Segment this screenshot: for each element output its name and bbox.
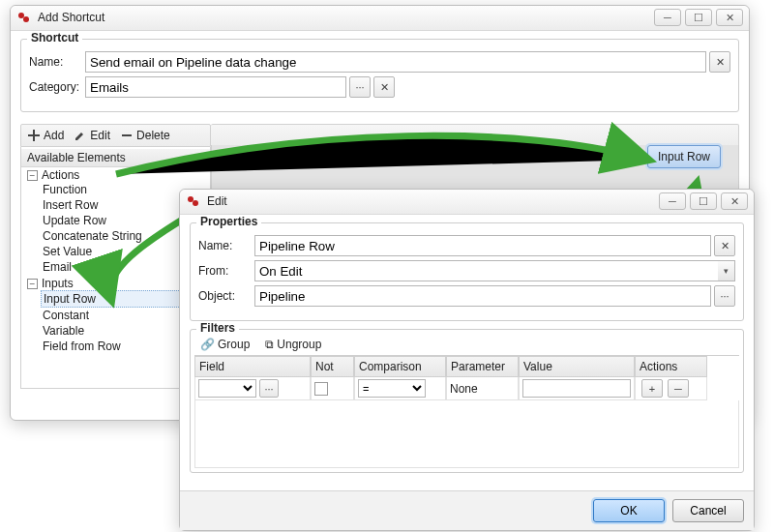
- app-icon: [16, 10, 32, 25]
- col-not: Not: [311, 356, 354, 377]
- svg-rect-2: [122, 134, 132, 136]
- prop-from-dropdown[interactable]: ▾: [718, 260, 735, 281]
- prop-from-input[interactable]: [254, 260, 718, 281]
- shortcut-name-input[interactable]: [85, 51, 706, 73]
- dialog-title: Add Shortcut: [38, 11, 654, 24]
- prop-name-input[interactable]: [254, 235, 711, 256]
- elements-toolbar: Add Edit Delete: [20, 124, 211, 147]
- clear-category-button[interactable]: ✕: [373, 76, 395, 98]
- svg-point-1: [23, 16, 29, 22]
- filter-add-button[interactable]: +: [641, 379, 663, 398]
- unlink-icon: ⧉: [265, 338, 274, 351]
- filters-grid-body: [194, 400, 739, 468]
- col-field: Field: [194, 356, 311, 377]
- svg-point-4: [193, 200, 198, 206]
- filters-grid-row: ··· = None + ─: [194, 377, 739, 400]
- svg-point-3: [188, 196, 194, 202]
- ungroup-button[interactable]: ⧉ Ungroup: [265, 338, 321, 351]
- canvas-node-input-row[interactable]: Input Row: [647, 145, 721, 168]
- dialog-button-bar: OK Cancel: [180, 490, 754, 530]
- col-value: Value: [519, 356, 635, 377]
- filter-value-input[interactable]: [522, 379, 631, 398]
- col-parameter: Parameter: [446, 356, 519, 377]
- filter-field-select[interactable]: [198, 379, 256, 398]
- filter-field-browse[interactable]: ···: [259, 379, 279, 398]
- properties-legend: Properties: [196, 215, 261, 228]
- properties-group: Properties Name: ✕ From: ▾ Object: ···: [190, 222, 744, 321]
- filter-parameter-cell: None: [446, 377, 519, 400]
- category-label: Category:: [29, 80, 85, 94]
- name-label: Name:: [29, 55, 85, 69]
- titlebar: Add Shortcut ─ ☐ ✕: [11, 6, 749, 31]
- clear-prop-name-button[interactable]: ✕: [714, 235, 735, 256]
- prop-object-label: Object:: [198, 289, 254, 303]
- prop-from-label: From:: [198, 264, 254, 278]
- filters-legend: Filters: [196, 321, 239, 335]
- app-icon: [186, 193, 201, 209]
- col-actions: Actions: [635, 356, 707, 377]
- group-button[interactable]: 🔗 Group: [200, 338, 250, 351]
- maximize-button[interactable]: ☐: [685, 9, 712, 26]
- minus-icon: [120, 129, 134, 142]
- prop-name-label: Name:: [198, 239, 254, 252]
- edit-dialog-title: Edit: [207, 194, 659, 208]
- ok-button[interactable]: OK: [593, 499, 665, 522]
- minimize-button[interactable]: ─: [659, 192, 686, 210]
- filters-group: Filters 🔗 Group ⧉ Ungroup Field Not Comp…: [190, 329, 744, 473]
- prop-object-browse-button[interactable]: ···: [714, 285, 735, 307]
- pencil-icon: [74, 129, 87, 142]
- add-button[interactable]: Add: [27, 129, 64, 142]
- close-button[interactable]: ✕: [716, 9, 743, 26]
- filter-remove-button[interactable]: ─: [668, 379, 689, 398]
- close-button[interactable]: ✕: [721, 192, 748, 210]
- category-browse-button[interactable]: ···: [349, 76, 371, 98]
- link-icon: 🔗: [200, 338, 215, 351]
- shortcut-legend: Shortcut: [27, 31, 82, 44]
- plus-icon: [27, 129, 41, 142]
- edit-titlebar: Edit ─ ☐ ✕: [180, 190, 754, 215]
- filter-comparison-select[interactable]: =: [358, 379, 426, 398]
- prop-object-input[interactable]: [254, 285, 711, 307]
- edit-dialog: Edit ─ ☐ ✕ Properties Name: ✕ From: ▾ Ob: [179, 189, 755, 531]
- tree-header: Available Elements: [21, 149, 210, 167]
- cancel-button[interactable]: Cancel: [672, 499, 744, 522]
- filters-toolbar: 🔗 Group ⧉ Ungroup: [194, 334, 739, 356]
- clear-name-button[interactable]: ✕: [709, 51, 730, 73]
- filters-grid-header: Field Not Comparison Parameter Value Act…: [194, 356, 739, 377]
- svg-point-0: [18, 13, 24, 18]
- minimize-button[interactable]: ─: [654, 9, 681, 26]
- delete-button[interactable]: Delete: [120, 129, 170, 142]
- shortcut-category-input[interactable]: [85, 76, 346, 98]
- col-comparison: Comparison: [354, 356, 446, 377]
- edit-button[interactable]: Edit: [74, 129, 110, 142]
- filter-not-checkbox[interactable]: [314, 382, 328, 396]
- maximize-button[interactable]: ☐: [690, 192, 717, 210]
- shortcut-group: Shortcut Name: ✕ Category: ··· ✕: [20, 39, 739, 112]
